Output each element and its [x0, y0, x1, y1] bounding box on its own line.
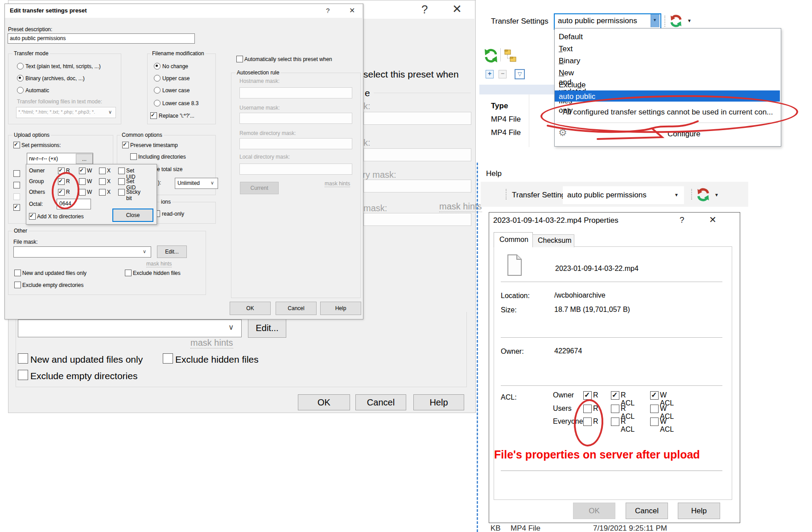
autosel-field-input-1: [239, 113, 352, 124]
big-file-mask-combo[interactable]: [18, 319, 242, 337]
perm-owner-x-checkbox[interactable]: [99, 168, 106, 174]
big-input-fragment-1[interactable]: [363, 112, 471, 125]
perm-group-x-checkbox[interactable]: [99, 178, 106, 185]
radio-lower-case[interactable]: [154, 87, 161, 94]
filter-icon[interactable]: ▽: [515, 69, 525, 79]
new-updated-checkbox[interactable]: [14, 270, 21, 276]
big-groupline: [374, 93, 471, 93]
big-help-button-bottom[interactable]: Help: [413, 394, 464, 410]
clipped-file-row: KB MP4 File 7/19/2021 9:25:11 PM: [480, 523, 747, 532]
properties-cancel-button[interactable]: Cancel: [626, 503, 668, 519]
big-input-fragment-2[interactable]: [363, 148, 471, 161]
refresh-icon[interactable]: [483, 47, 499, 63]
file-row-type-1[interactable]: MP4 File: [491, 115, 521, 124]
big-new-updated-checkbox[interactable]: [18, 353, 28, 364]
big-combo-chevron-icon[interactable]: ∨: [228, 323, 234, 332]
screenshot-canvas: ? ✕ select this preset when e k: k: ry m…: [0, 0, 812, 532]
properties-help-button[interactable]: ?: [680, 215, 684, 225]
upload-options-title: Upload options: [12, 132, 51, 138]
set-permissions-checkbox[interactable]: [13, 142, 20, 148]
help-menu[interactable]: Help: [486, 169, 502, 178]
perm-others-w-checkbox[interactable]: [79, 189, 86, 196]
hidden-upload-checkbox-4[interactable]: [13, 204, 20, 211]
toolbar-grip-3[interactable]: [691, 189, 692, 200]
properties-close-button[interactable]: ✕: [709, 214, 717, 225]
radio-upper-case[interactable]: [154, 75, 161, 82]
big-exclude-empty-checkbox[interactable]: [18, 370, 28, 380]
big-mask-hints-bottom-link[interactable]: mask hints: [190, 338, 233, 348]
help-button[interactable]: Help: [320, 302, 361, 315]
menu-item-0[interactable]: Default: [559, 32, 583, 41]
big-close-button[interactable]: ✕: [452, 2, 462, 16]
file-mask-edit-button[interactable]: Edit...: [157, 246, 187, 258]
exclude-hidden-checkbox[interactable]: [125, 270, 132, 276]
acl-users-w-acl-checkbox[interactable]: [650, 405, 659, 413]
properties-help-button-bottom[interactable]: Help: [678, 503, 720, 519]
annotation-red-text: File's properties on server after upload: [494, 448, 700, 461]
radio-automatic-mode[interactable]: [17, 87, 24, 94]
big-cancel-button[interactable]: Cancel: [355, 394, 406, 410]
perm-set-uid-checkbox[interactable]: [118, 168, 125, 174]
hidden-upload-checkbox-2[interactable]: [13, 182, 20, 188]
speed-combo-chevron-icon[interactable]: ∨: [210, 180, 214, 186]
radio-no-change[interactable]: [154, 63, 161, 70]
acl-col-label: R ACL: [621, 417, 635, 434]
radio-binary-label: Binary (archives, doc, ...): [25, 75, 85, 82]
acl-owner-r-checkbox[interactable]: [583, 391, 592, 400]
mask-hints-link[interactable]: mask hints: [146, 261, 172, 267]
replace-chars-checkbox[interactable]: [150, 112, 157, 119]
auto-select-checkbox[interactable]: [236, 56, 243, 62]
acl-owner-r-acl-checkbox[interactable]: [611, 391, 619, 400]
file-row-type-2[interactable]: MP4 File: [491, 128, 521, 137]
permissions-ellipsis-button[interactable]: ...: [76, 154, 93, 164]
add-filter-icon[interactable]: +: [486, 70, 494, 78]
hidden-upload-checkbox-3: [13, 193, 20, 200]
perm-col-w-label: W: [87, 189, 92, 195]
radio-binary-mode[interactable]: [17, 75, 24, 82]
dialog-close-button[interactable]: ✕: [349, 6, 355, 15]
panel-left-dashed-border: [477, 163, 478, 532]
ok-button[interactable]: OK: [230, 302, 271, 315]
perm-sticky-bit-checkbox[interactable]: [118, 189, 125, 196]
perm-group-w-checkbox[interactable]: [79, 178, 86, 185]
dialog-help-button[interactable]: ?: [326, 7, 330, 14]
sync-menu-arrow-icon[interactable]: ▼: [687, 18, 692, 23]
acl-users-r-acl-checkbox[interactable]: [611, 405, 619, 413]
toolbar-grip[interactable]: [664, 16, 665, 27]
perm-owner-w-checkbox[interactable]: [79, 168, 86, 174]
big-exclude-hidden-checkbox[interactable]: [163, 353, 173, 364]
transfer-settings-sync-icon[interactable]: [669, 14, 683, 28]
big-input-fragment-3[interactable]: [363, 180, 471, 192]
big-ok-button[interactable]: OK: [298, 394, 350, 410]
cancel-button[interactable]: Cancel: [276, 302, 317, 315]
sync-icon-2[interactable]: [696, 187, 711, 202]
add-x-directories-checkbox[interactable]: [29, 213, 36, 220]
perm-others-x-checkbox[interactable]: [99, 189, 106, 196]
toolbar-grip-2[interactable]: [506, 189, 507, 200]
acl-everyone-r-acl-checkbox[interactable]: [611, 417, 619, 426]
exclude-empty-checkbox[interactable]: [14, 282, 21, 288]
menu-item-1[interactable]: Text: [559, 44, 573, 53]
acl-everyone-w-acl-checkbox[interactable]: [650, 417, 659, 426]
file-mask-combo[interactable]: [13, 246, 151, 258]
big-help-button[interactable]: ?: [421, 3, 428, 16]
acl-col-label: W ACL: [660, 417, 674, 434]
menu-item-2[interactable]: Binary: [559, 56, 580, 65]
big-edit-button[interactable]: Edit...: [248, 318, 286, 338]
radio-text-mode[interactable]: [17, 63, 24, 70]
synchronize-browsing-icon[interactable]: [504, 49, 517, 63]
preserve-timestamp-checkbox[interactable]: [122, 142, 129, 148]
big-input-fragment-4[interactable]: [363, 213, 471, 226]
hidden-upload-checkbox-1[interactable]: [13, 170, 20, 177]
radio-lower-case-83[interactable]: [154, 100, 161, 106]
type-column-header[interactable]: Type: [491, 102, 508, 110]
combo-arrow-icon-2[interactable]: ▼: [674, 192, 679, 197]
close-button[interactable]: Close: [112, 209, 153, 222]
including-directories-checkbox[interactable]: [130, 153, 137, 160]
perm-set-gid-checkbox[interactable]: [118, 178, 125, 185]
acl-owner-w-acl-checkbox[interactable]: [650, 391, 659, 400]
sync-menu-arrow-icon-2[interactable]: ▼: [714, 192, 719, 197]
transfer-settings-combo-value: auto public permissions: [558, 16, 637, 25]
file-mask-combo-chevron-icon[interactable]: ∨: [143, 249, 146, 254]
big-mask-hints-link[interactable]: mask hints: [439, 201, 482, 212]
